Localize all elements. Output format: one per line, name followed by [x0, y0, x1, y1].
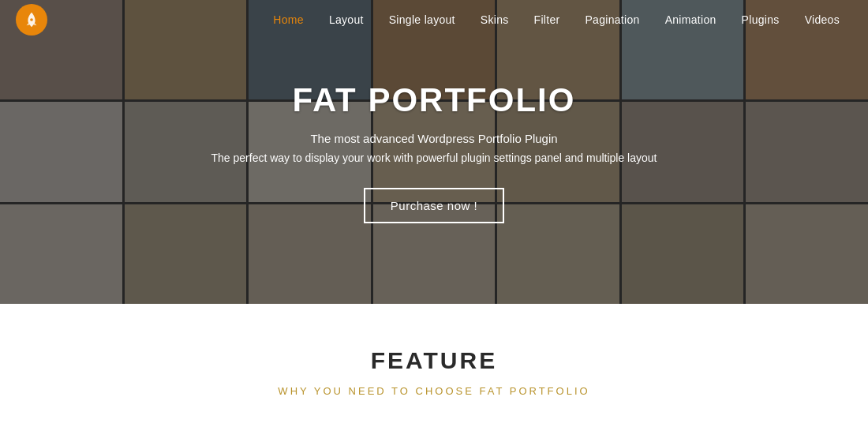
hero-description: The perfect way to display your work wit…: [158, 152, 710, 164]
nav-link-pagination[interactable]: Pagination: [572, 13, 652, 26]
nav-link-home[interactable]: Home: [260, 13, 316, 26]
nav-item-skins[interactable]: Skins: [468, 13, 522, 27]
hero-title: FAT PORTFOLIO: [158, 81, 710, 119]
svg-point-0: [30, 18, 33, 21]
nav-item-plugins[interactable]: Plugins: [729, 13, 792, 27]
hero-section: Home Layout Single layout Skins Filter P…: [0, 0, 868, 304]
nav-item-videos[interactable]: Videos: [792, 13, 852, 27]
nav-link-filter[interactable]: Filter: [522, 13, 573, 26]
nav-links: Home Layout Single layout Skins Filter P…: [260, 13, 852, 27]
nav-item-filter[interactable]: Filter: [522, 13, 573, 27]
nav-link-single-layout[interactable]: Single layout: [376, 13, 468, 26]
hero-subtitle: The most advanced Wordpress Portfolio Pl…: [158, 132, 710, 145]
feature-subtitle: WHY YOU NEED TO CHOOSE FAT PORTFOLIO: [16, 385, 852, 397]
nav-item-pagination[interactable]: Pagination: [572, 13, 652, 27]
feature-title: FEATURE: [16, 347, 852, 374]
rocket-icon: [23, 11, 40, 28]
navbar: Home Layout Single layout Skins Filter P…: [0, 0, 868, 39]
feature-section: FEATURE WHY YOU NEED TO CHOOSE FAT PORTF…: [0, 304, 868, 423]
nav-link-layout[interactable]: Layout: [316, 13, 376, 26]
nav-item-animation[interactable]: Animation: [653, 13, 729, 27]
nav-link-animation[interactable]: Animation: [653, 13, 729, 26]
nav-link-plugins[interactable]: Plugins: [729, 13, 792, 26]
purchase-button[interactable]: Purchase now !: [364, 188, 504, 223]
nav-item-layout[interactable]: Layout: [316, 13, 376, 27]
nav-item-home[interactable]: Home: [260, 13, 316, 27]
nav-link-videos[interactable]: Videos: [792, 13, 852, 26]
nav-link-skins[interactable]: Skins: [468, 13, 522, 26]
hero-content: FAT PORTFOLIO The most advanced Wordpres…: [158, 81, 710, 223]
nav-item-single-layout[interactable]: Single layout: [376, 13, 468, 27]
logo[interactable]: [16, 4, 47, 36]
